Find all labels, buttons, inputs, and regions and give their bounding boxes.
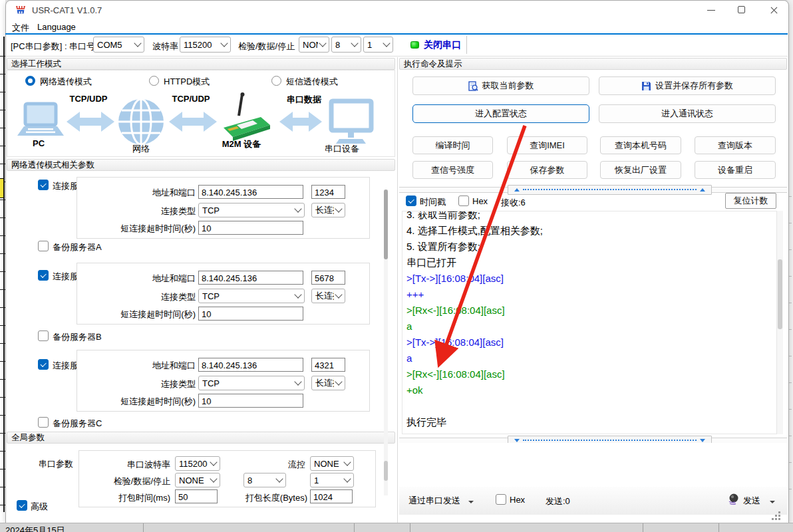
advanced-label[interactable]: 高级 (31, 501, 48, 513)
checkbox-server-a[interactable] (38, 180, 49, 190)
query-version-button[interactable]: 查询版本 (695, 136, 776, 154)
server-c-timeout-input[interactable] (198, 394, 303, 408)
backup-c-label[interactable]: 备份服务器C (53, 418, 102, 430)
factory-reset-button[interactable]: 恢复出厂设置 (600, 161, 681, 179)
server-c-keep-select[interactable]: 长连接 (311, 376, 345, 390)
server-a-port-input[interactable] (311, 185, 345, 199)
server-b-timeout-input[interactable] (198, 307, 303, 321)
checkbox-backup-a[interactable] (38, 241, 49, 251)
log-area[interactable]: 3. 获取当前参数; 4. 选择工作模式,配置相关参数; 5. 设置所有参数; … (402, 211, 777, 434)
window-title: USR-CAT1 V1.0.7 (32, 5, 102, 15)
device-restart-button[interactable]: 设备重启 (695, 161, 776, 179)
reset-counter-button[interactable]: 复位计数 (725, 193, 776, 209)
background-window-left-edge (0, 0, 5, 523)
server-c-port-input[interactable] (311, 358, 345, 372)
send-button-label: 发送 (743, 495, 760, 505)
server-a-address-input[interactable] (198, 185, 303, 199)
menu-item-language[interactable]: Language (37, 22, 76, 32)
server-b-keep-select[interactable]: 长连接 (311, 289, 345, 303)
query-signal-label: 查信号强度 (431, 164, 474, 176)
set-save-params-button[interactable]: 设置并保存所有参数 (599, 76, 776, 95)
radio-net-transparent-mode[interactable] (25, 76, 35, 86)
chevron-down-icon (294, 291, 301, 298)
serial-baud-select[interactable]: 115200 (175, 456, 220, 471)
databits-select[interactable]: 8 (331, 37, 361, 53)
radio-sms-label[interactable]: 短信透传模式 (286, 76, 338, 88)
log-hex-label[interactable]: Hex (472, 196, 488, 206)
serial-databits-select[interactable]: 8 (243, 473, 286, 487)
send-mode-dropdown[interactable]: 通过串口发送 (408, 495, 474, 507)
radio-sms-mode[interactable] (271, 76, 281, 86)
checkbox-log-hex[interactable] (458, 196, 469, 206)
radio-httpd-mode[interactable] (149, 76, 159, 86)
checkbox-advanced[interactable] (17, 500, 27, 511)
save-params-button[interactable]: 保存参数 (507, 161, 587, 179)
serial-stopbits-select[interactable]: 1 (310, 473, 354, 487)
timeout-label: 短连接超时时间(秒) (77, 309, 196, 321)
splitter-top-handle[interactable] (508, 185, 712, 195)
diagram-link-label: 串口数据 (278, 94, 330, 106)
resize-grip[interactable] (770, 512, 782, 521)
parity-value: NONE (303, 40, 318, 50)
status-date: 2024年5月15日 (5, 525, 65, 532)
log-line: >[Tx->][16:08:04][asc] (406, 334, 776, 350)
checkbox-server-c[interactable] (38, 359, 49, 370)
server-a-type-select[interactable]: TCP (198, 203, 305, 217)
minimize-button[interactable] (700, 0, 722, 20)
flow-select[interactable]: NONE (310, 456, 354, 471)
checkbox-server-b[interactable] (38, 270, 49, 281)
stopbits-select[interactable]: 1 (363, 37, 393, 53)
get-params-button[interactable]: 获取当前参数 (412, 76, 589, 95)
timestamp-label[interactable]: 时间戳 (420, 196, 446, 208)
close-button[interactable] (761, 0, 786, 20)
backup-b-label[interactable]: 备份服务器B (53, 331, 102, 343)
checkbox-timestamp[interactable] (406, 196, 416, 206)
collapse-down-icon (514, 439, 520, 442)
radio-net-transparent-label[interactable]: 网络透传模式 (40, 76, 92, 88)
server-a-keep-select[interactable]: 长连接 (311, 203, 345, 217)
menu-item-file[interactable]: 文件 (12, 22, 29, 34)
log-scrollbar[interactable] (777, 211, 783, 434)
checkbox-send-hex[interactable] (496, 494, 506, 505)
log-line: >[Rx<-][16:08:04][asc] (406, 303, 776, 319)
server-b-address-input[interactable] (198, 271, 303, 285)
server-b-port-input[interactable] (311, 271, 345, 285)
serial-parity-select[interactable]: NONE (175, 473, 220, 487)
query-imei-label: 查询IMEI (530, 140, 565, 152)
log-line: >[Tx->][16:08:04][asc] (406, 271, 776, 287)
com-port-select[interactable]: COM5 (93, 37, 144, 53)
checkbox-backup-c[interactable] (38, 417, 49, 428)
globalparams-group-title: 全局参数 (11, 432, 45, 444)
send-input-area[interactable] (399, 443, 787, 487)
log-line: 4. 选择工作模式,配置相关参数; (406, 223, 776, 239)
send-button[interactable]: 发送 (743, 495, 775, 507)
backup-a-label[interactable]: 备份服务器A (53, 241, 102, 253)
server-c-address-input[interactable] (198, 358, 303, 372)
chevron-down-icon (335, 291, 342, 298)
compile-time-button[interactable]: 编译时间 (412, 136, 493, 154)
enter-comm-button[interactable]: 进入通讯状态 (599, 104, 776, 123)
maximize-icon (738, 6, 745, 13)
scrollbar-thumb[interactable] (384, 190, 388, 259)
enter-config-button[interactable]: 进入配置状态 (412, 104, 589, 123)
server-a-timeout-input[interactable] (198, 221, 303, 235)
scrollbar-thumb-2[interactable] (384, 461, 388, 481)
pack-time-input[interactable] (175, 489, 218, 503)
search-doc-icon (468, 81, 478, 91)
maximize-button[interactable] (730, 0, 753, 20)
parity-select[interactable]: NONE (299, 37, 329, 53)
baud-select[interactable]: 115200 (180, 37, 231, 53)
close-port-button[interactable]: 关闭串口 (424, 39, 461, 51)
server-b-type-select[interactable]: TCP (198, 289, 305, 303)
left-panel-scrollbar[interactable] (384, 190, 388, 495)
query-signal-button[interactable]: 查信号强度 (412, 161, 493, 179)
pack-len-input[interactable] (310, 489, 353, 503)
checkbox-backup-b[interactable] (38, 331, 49, 341)
query-number-button[interactable]: 查询本机号码 (600, 136, 681, 154)
query-imei-button[interactable]: 查询IMEI (507, 136, 587, 154)
radio-httpd-label[interactable]: HTTPD模式 (164, 76, 210, 88)
server-c-type-select[interactable]: TCP (198, 376, 305, 390)
send-hex-label[interactable]: Hex (510, 495, 525, 505)
scrollbar-thumb[interactable] (778, 259, 782, 329)
send-mode-label: 通过串口发送 (408, 495, 460, 505)
